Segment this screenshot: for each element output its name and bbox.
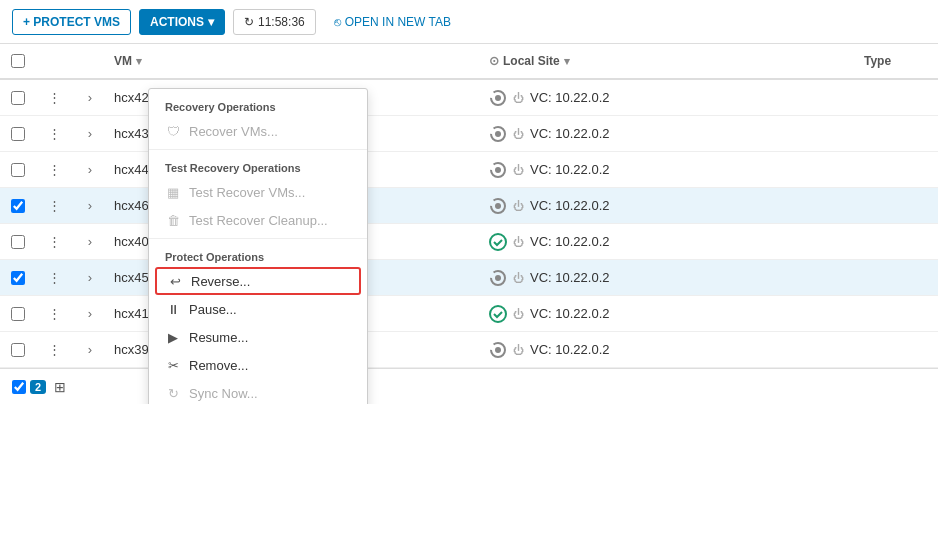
- row-checkbox-cell[interactable]: [0, 265, 36, 291]
- svg-point-1: [495, 95, 501, 101]
- row-checkbox[interactable]: [11, 343, 25, 357]
- row-actions-dots[interactable]: ⋮: [36, 264, 72, 291]
- row-expand-chevron[interactable]: ›: [72, 228, 108, 255]
- menu-item-resume[interactable]: ▶ Resume...: [149, 323, 367, 351]
- row-actions-dots[interactable]: ⋮: [36, 192, 72, 219]
- status-icon: [489, 341, 507, 359]
- trash-icon: 🗑: [165, 212, 181, 228]
- table-row: ⋮ › hcx44 ⏻ VC: 10.22.0.2: [0, 152, 938, 188]
- row-type: [858, 236, 938, 248]
- table-row: ⋮ › hcx42 ⏻ VC: 10.22.0.2: [0, 80, 938, 116]
- local-site-filter-icon[interactable]: ▾: [564, 55, 570, 68]
- svg-point-11: [490, 306, 506, 322]
- row-expand-chevron[interactable]: ›: [72, 84, 108, 111]
- menu-item-label: Pause...: [189, 302, 237, 317]
- site-text: VC: 10.22.0.2: [530, 90, 610, 105]
- row-actions-dots[interactable]: ⋮: [36, 300, 72, 327]
- row-actions-dots[interactable]: ⋮: [36, 156, 72, 183]
- header-checkbox-cell[interactable]: [0, 46, 36, 76]
- site-power-icon: ⏻: [513, 308, 524, 320]
- status-icon: [489, 125, 507, 143]
- site-text: VC: 10.22.0.2: [530, 234, 610, 249]
- actions-label: ACTIONS: [150, 15, 204, 29]
- row-actions-dots[interactable]: ⋮: [36, 120, 72, 147]
- svg-point-10: [495, 275, 501, 281]
- refresh-icon: ↻: [244, 15, 254, 29]
- row-checkbox-cell[interactable]: [0, 193, 36, 219]
- select-all-checkbox[interactable]: [11, 54, 25, 68]
- toolbar: + PROTECT VMS ACTIONS ▾ ↻ 11:58:36 ⎋ OPE…: [0, 0, 938, 44]
- menu-item-pause[interactable]: ⏸ Pause...: [149, 295, 367, 323]
- row-checkbox-cell[interactable]: [0, 121, 36, 147]
- actions-button[interactable]: ACTIONS ▾: [139, 9, 225, 35]
- status-icon: [489, 305, 507, 323]
- row-expand-chevron[interactable]: ›: [72, 156, 108, 183]
- pause-icon: ⏸: [165, 301, 181, 317]
- row-expand-chevron[interactable]: ›: [72, 264, 108, 291]
- th-local-site: ⊙ Local Site ▾: [483, 46, 858, 76]
- menu-divider: [149, 238, 367, 239]
- row-expand-chevron[interactable]: ›: [72, 300, 108, 327]
- site-text: VC: 10.22.0.2: [530, 162, 610, 177]
- menu-item-reverse[interactable]: ↩ Reverse...: [155, 267, 361, 295]
- vm-filter-icon[interactable]: ▾: [136, 55, 142, 68]
- status-icon: [489, 233, 507, 251]
- row-checkbox[interactable]: [11, 235, 25, 249]
- row-local-site: ⏻ VC: 10.22.0.2: [483, 155, 858, 185]
- footer-checkbox[interactable]: [12, 380, 26, 394]
- row-type: [858, 92, 938, 104]
- menu-section-test-recovery-operations: Test Recovery Operations: [149, 154, 367, 178]
- row-type: [858, 200, 938, 212]
- protect-vms-button[interactable]: + PROTECT VMS: [12, 9, 131, 35]
- row-expand-chevron[interactable]: ›: [72, 336, 108, 363]
- site-power-icon: ⏻: [513, 200, 524, 212]
- site-text: VC: 10.22.0.2: [530, 342, 610, 357]
- table-row: ⋮ › hcx41 ⏻ VC: 10.22.0.2: [0, 296, 938, 332]
- row-type: [858, 272, 938, 284]
- row-checkbox[interactable]: [11, 127, 25, 141]
- table-row: ⋮ › hcx46 ⏻ VC: 10.22.0.2: [0, 188, 938, 224]
- menu-item-remove[interactable]: ✂ Remove...: [149, 351, 367, 379]
- th-type: Type: [858, 46, 938, 76]
- table-row: ⋮ › hcx45 ⏻ VC: 10.22.0.2: [0, 260, 938, 296]
- site-power-icon: ⏻: [513, 236, 524, 248]
- site-power-icon: ⏻: [513, 164, 524, 176]
- svg-point-3: [495, 131, 501, 137]
- site-text: VC: 10.22.0.2: [530, 126, 610, 141]
- row-checkbox[interactable]: [11, 307, 25, 321]
- row-checkbox-cell[interactable]: [0, 229, 36, 255]
- row-local-site: ⏻ VC: 10.22.0.2: [483, 83, 858, 113]
- site-power-icon: ⏻: [513, 128, 524, 140]
- row-expand-chevron[interactable]: ›: [72, 120, 108, 147]
- row-actions-dots[interactable]: ⋮: [36, 228, 72, 255]
- local-site-icon: ⊙: [489, 54, 499, 68]
- menu-item-label: Test Recover VMs...: [189, 185, 305, 200]
- menu-divider: [149, 149, 367, 150]
- row-actions-dots[interactable]: ⋮: [36, 336, 72, 363]
- chevron-down-icon: ▾: [208, 15, 214, 29]
- table-row: ⋮ › hcx43 ⏻ VC: 10.22.0.2: [0, 116, 938, 152]
- menu-item-label: Sync Now...: [189, 386, 258, 401]
- svg-point-13: [495, 347, 501, 353]
- row-checkbox-cell[interactable]: [0, 301, 36, 327]
- table-body: ⋮ › hcx42 ⏻ VC: 10.22.0.2 ⋮ › hcx43 ⏻ VC…: [0, 80, 938, 368]
- row-local-site: ⏻ VC: 10.22.0.2: [483, 263, 858, 293]
- row-checkbox-cell[interactable]: [0, 157, 36, 183]
- time-button[interactable]: ↻ 11:58:36: [233, 9, 316, 35]
- row-actions-dots[interactable]: ⋮: [36, 84, 72, 111]
- row-checkbox[interactable]: [11, 91, 25, 105]
- menu-item-test-recover-cleanup: 🗑 Test Recover Cleanup...: [149, 206, 367, 234]
- actions-dropdown-menu: Recovery Operations 🛡 Recover VMs... Tes…: [148, 88, 368, 404]
- open-new-tab-button[interactable]: ⎋ OPEN IN NEW TAB: [324, 10, 461, 34]
- row-checkbox-cell[interactable]: [0, 85, 36, 111]
- row-checkbox[interactable]: [11, 199, 25, 213]
- row-checkbox[interactable]: [11, 163, 25, 177]
- row-checkbox[interactable]: [11, 271, 25, 285]
- row-checkbox-cell[interactable]: [0, 337, 36, 363]
- main-content: VM ▾ ⊙ Local Site ▾ Type ⋮ › hcx42 ⏻ VC:…: [0, 44, 938, 404]
- row-expand-chevron[interactable]: ›: [72, 192, 108, 219]
- status-icon: [489, 269, 507, 287]
- grid-view-icon[interactable]: ⊞: [54, 379, 66, 395]
- menu-item-label: Remove...: [189, 358, 248, 373]
- menu-item-label: Reverse...: [191, 274, 250, 289]
